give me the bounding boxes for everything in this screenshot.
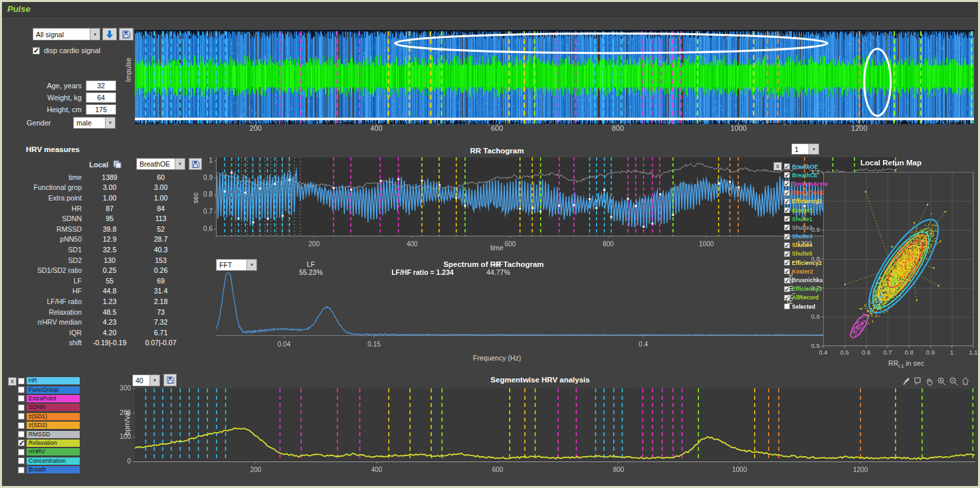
- hrv-cell: 1389: [86, 173, 134, 181]
- window-titlebar: Pulse: [2, 2, 978, 17]
- checkbox[interactable]: [18, 467, 25, 473]
- hrv-measure-row: HR8784: [7, 203, 193, 214]
- hrv-record-select[interactable]: BreathOE ▼: [136, 158, 185, 170]
- checkbox[interactable]: [784, 251, 790, 257]
- hrv-cell: 48.5: [86, 308, 134, 316]
- chevron-down-icon: ▼: [175, 159, 185, 169]
- hrv-cell: 32.5: [86, 246, 134, 254]
- map-zoom-value: 1: [792, 145, 809, 153]
- record-label: BreathCE: [792, 172, 818, 179]
- spectrum-xlabel: Frequency (Hz): [367, 354, 627, 362]
- legend-chip: RMSSD: [27, 431, 80, 438]
- return-map-record-item[interactable]: Koster1: [784, 206, 831, 214]
- signal-select[interactable]: All signal ▼: [33, 28, 100, 41]
- hrv-measure-row: Functional grop3.003.00: [7, 183, 193, 193]
- checkbox[interactable]: [784, 216, 790, 222]
- record-label: BreathOE: [792, 163, 818, 170]
- gender-select[interactable]: male ▼: [73, 117, 116, 129]
- legend-chip: Concentration: [27, 457, 80, 465]
- checkbox[interactable]: [784, 242, 790, 248]
- checkbox[interactable]: [18, 449, 25, 455]
- segment-legend-item[interactable]: z(SD1): [18, 412, 80, 421]
- segment-legend-item[interactable]: Concentration: [18, 457, 80, 465]
- return-map-record-item[interactable]: BreathOE: [784, 162, 831, 171]
- disp-cardio-checkbox[interactable]: [33, 47, 40, 54]
- checkbox[interactable]: [784, 190, 790, 196]
- segmentwise-plot-canvas[interactable]: [114, 384, 977, 477]
- load-signal-button[interactable]: [102, 28, 117, 41]
- hrv-cell: 7.32: [134, 318, 188, 326]
- return-map-record-item[interactable]: TensionArms: [784, 179, 831, 188]
- hrv-cell: RMSSD: [7, 225, 86, 233]
- hrv-cell: 3.00: [86, 183, 134, 191]
- checkbox[interactable]: [784, 181, 790, 187]
- age-field[interactable]: 32: [86, 80, 116, 91]
- map-zoom-select[interactable]: 1 ▼: [791, 143, 819, 155]
- hrv-cell: SD1/SD2 ratio: [7, 266, 86, 274]
- segment-legend-item[interactable]: FuncGroup: [18, 385, 80, 394]
- height-field[interactable]: 175: [86, 104, 116, 115]
- segment-legend: HRFuncGroupExtraPointSDNNz(SD1)z(SD2)RMS…: [18, 376, 80, 474]
- hrv-cell: 0.07|-0.07: [134, 339, 188, 347]
- hrv-cell: 69: [134, 277, 188, 285]
- segment-legend-item[interactable]: RMSSD: [18, 430, 80, 438]
- checkbox[interactable]: [784, 163, 790, 169]
- segment-legend-item[interactable]: Relaxation: [18, 439, 80, 447]
- return-map-record-item[interactable]: Efficiency1: [784, 197, 831, 206]
- hrv-cell: 4.20: [86, 329, 134, 337]
- legend-chip: z(SD1): [27, 413, 80, 420]
- checkbox[interactable]: [18, 431, 25, 438]
- hrv-cell: 113: [134, 214, 188, 222]
- legend-chip: SDNN: [27, 404, 80, 411]
- record-label: Shulte4: [792, 242, 813, 248]
- checkbox[interactable]: [784, 234, 790, 240]
- weight-field[interactable]: 64: [86, 92, 116, 103]
- checkbox[interactable]: [18, 440, 25, 446]
- checkbox[interactable]: [784, 207, 790, 213]
- hrv-measure-row: time138960: [7, 172, 193, 183]
- record-label: Shulte3: [792, 233, 813, 240]
- return-map-record-item[interactable]: StroopTest2: [784, 189, 831, 197]
- return-map-record-item[interactable]: Shulte1: [784, 214, 831, 223]
- hrv-cell: 1.00: [134, 194, 188, 202]
- segment-legend-item[interactable]: z(SD2): [18, 421, 80, 430]
- hrv-measure-row: RMSSD39.852: [7, 224, 193, 234]
- checkbox[interactable]: [18, 395, 25, 402]
- hrv-cell: 55: [86, 277, 134, 285]
- record-label: Shulte1: [792, 216, 813, 222]
- checkbox[interactable]: [18, 457, 25, 464]
- copy-measures-button[interactable]: [112, 159, 122, 172]
- legend-chip: Relaxation: [27, 440, 80, 447]
- app-window: Pulse All signal ▼ disp cardio signal Ag…: [0, 0, 980, 488]
- segment-legend-item[interactable]: SDNN: [18, 403, 80, 412]
- return-map-record-item[interactable]: Shulte2: [784, 223, 831, 232]
- save-signal-button[interactable]: [119, 28, 134, 41]
- checkbox[interactable]: [18, 404, 25, 411]
- segment-legend-item[interactable]: rrHRV: [18, 447, 80, 456]
- return-map-record-item[interactable]: Shulte4: [784, 241, 831, 250]
- return-map-record-item[interactable]: BreathCE: [784, 171, 831, 179]
- checkbox[interactable]: [18, 378, 25, 384]
- hrv-record-select-value: BreathOE: [137, 160, 175, 168]
- impulse-plot-canvas[interactable]: [135, 30, 974, 132]
- checkbox[interactable]: [784, 224, 790, 230]
- segment-legend-item[interactable]: ExtraPoint: [18, 394, 80, 403]
- map-close-button[interactable]: x: [773, 162, 782, 171]
- segment-legend-item[interactable]: Breath: [18, 465, 80, 474]
- hrv-cell: 95: [86, 214, 134, 222]
- hrv-measure-row: HF44.831.4: [7, 286, 193, 297]
- return-map-record-item[interactable]: Shulte5: [784, 250, 831, 258]
- checkbox[interactable]: [784, 172, 790, 178]
- hrv-cell: 60: [134, 173, 188, 181]
- checkbox[interactable]: [18, 386, 25, 393]
- segment-legend-item[interactable]: HR: [18, 376, 80, 385]
- checkbox[interactable]: [18, 422, 25, 429]
- checkbox[interactable]: [18, 413, 25, 420]
- checkbox[interactable]: [784, 199, 790, 204]
- return-map-record-item[interactable]: Shulte3: [784, 232, 831, 241]
- record-label: Koster1: [792, 207, 813, 214]
- return-map-title: Local Retun Map: [828, 159, 954, 167]
- segment-close-button[interactable]: x: [8, 377, 17, 386]
- gender-label: Gender: [27, 119, 51, 127]
- hrv-cell: shift: [7, 339, 86, 347]
